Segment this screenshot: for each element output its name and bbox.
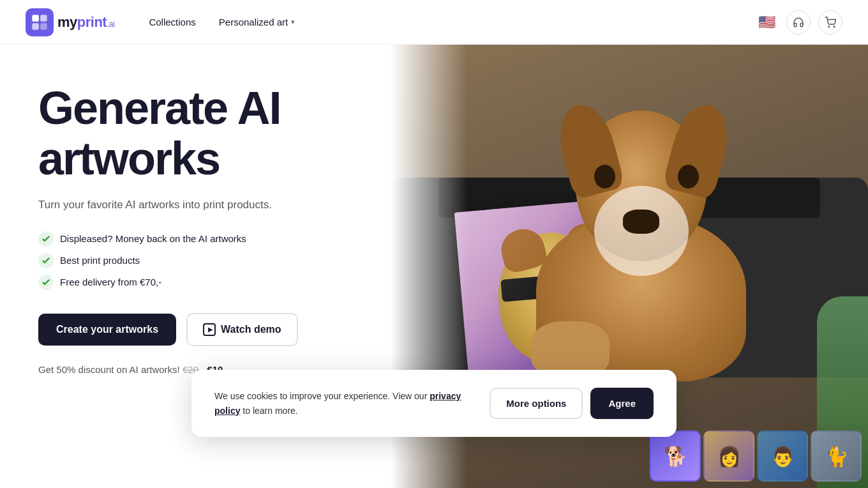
headphones-icon[interactable] [786, 10, 811, 34]
hero-subtitle: Turn your favorite AI artworks into prin… [38, 197, 413, 213]
feature-free-delivery: Free delivery from €70,- [38, 275, 413, 290]
thumbnail-man[interactable]: 👨 [757, 431, 808, 482]
check-icon-free-delivery [38, 275, 54, 290]
navbar: myprint.ai Collections Personalized art … [0, 0, 868, 45]
privacy-policy-link[interactable]: privacy policy [214, 391, 461, 415]
language-selector[interactable]: 🇺🇸 [754, 10, 779, 34]
cart-icon[interactable] [818, 10, 842, 34]
svg-point-5 [834, 26, 835, 27]
nav-links: Collections Personalized art ▾ [140, 11, 754, 33]
thumbnail-dog[interactable]: 🐕 [650, 431, 701, 482]
nav-item-collections[interactable]: Collections [140, 11, 204, 33]
create-artworks-button[interactable]: Create your artworks [38, 314, 176, 346]
svg-point-4 [828, 26, 830, 27]
nav-right: 🇺🇸 [754, 10, 842, 34]
svg-rect-1 [40, 15, 47, 21]
svg-rect-2 [32, 23, 39, 29]
svg-rect-3 [40, 23, 47, 29]
nav-item-personalized-art[interactable]: Personalized art ▾ [210, 11, 304, 33]
logo-text: myprint.ai [57, 14, 114, 31]
check-icon-best-print [38, 253, 54, 268]
cookie-banner: We use cookies to improve your experienc… [191, 370, 677, 437]
chevron-down-icon: ▾ [291, 18, 295, 26]
features-list: Displeased? Money back on the AI artwork… [38, 231, 413, 290]
play-icon: ▶ [203, 323, 216, 336]
cookie-buttons: More options Agree [490, 388, 654, 419]
feature-best-print: Best print products [38, 253, 413, 268]
check-icon-money-back [38, 231, 54, 247]
logo-icon [26, 8, 54, 36]
thumbnail-woman[interactable]: 👩 [703, 431, 754, 482]
watch-demo-button[interactable]: ▶ Watch demo [186, 313, 298, 346]
svg-rect-0 [32, 15, 39, 21]
hero-title: Generate AI artworks [38, 83, 413, 184]
hero-buttons: Create your artworks ▶ Watch demo [38, 313, 413, 346]
dog-figure [510, 80, 772, 382]
feature-money-back: Displeased? Money back on the AI artwork… [38, 231, 413, 247]
thumbnail-cat[interactable]: 🐈 [811, 431, 862, 482]
more-options-button[interactable]: More options [490, 388, 583, 419]
agree-button[interactable]: Agree [590, 388, 654, 419]
thumbnail-strip: 🐕 👩 👨 🐈 [643, 424, 868, 488]
logo[interactable]: myprint.ai [26, 8, 114, 36]
cookie-text: We use cookies to improve your experienc… [214, 389, 477, 418]
